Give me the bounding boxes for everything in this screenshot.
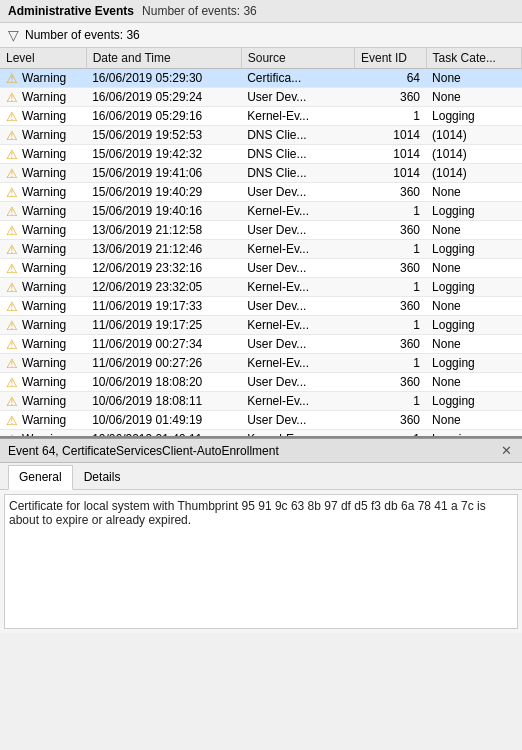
cell-datetime: 12/06/2019 23:32:05	[86, 278, 241, 297]
warning-icon: ⚠	[6, 205, 18, 218]
cell-source: Kernel-Ev...	[241, 240, 354, 259]
table-row[interactable]: ⚠Warning10/06/2019 01:49:19User Dev...36…	[0, 411, 522, 430]
warning-icon: ⚠	[6, 319, 18, 332]
table-row[interactable]: ⚠Warning16/06/2019 05:29:16Kernel-Ev...1…	[0, 107, 522, 126]
cell-eventid: 360	[355, 297, 427, 316]
cell-datetime: 13/06/2019 21:12:46	[86, 240, 241, 259]
event-count-title: Number of events: 36	[142, 4, 257, 18]
level-label: Warning	[22, 356, 66, 370]
tab-details[interactable]: Details	[73, 465, 132, 489]
cell-eventid: 360	[355, 335, 427, 354]
detail-tabs: General Details	[0, 463, 522, 490]
table-row[interactable]: ⚠Warning10/06/2019 01:49:11Kernel-Ev...1…	[0, 430, 522, 439]
warning-icon: ⚠	[6, 414, 18, 427]
level-label: Warning	[22, 90, 66, 104]
cell-eventid: 360	[355, 259, 427, 278]
warning-icon: ⚠	[6, 72, 18, 85]
cell-eventid: 1014	[355, 164, 427, 183]
cell-source: User Dev...	[241, 335, 354, 354]
level-label: Warning	[22, 413, 66, 427]
cell-source: DNS Clie...	[241, 126, 354, 145]
level-label: Warning	[22, 394, 66, 408]
cell-datetime: 15/06/2019 19:52:53	[86, 126, 241, 145]
cell-level: ⚠Warning	[0, 278, 86, 297]
cell-datetime: 16/06/2019 05:29:30	[86, 69, 241, 88]
level-label: Warning	[22, 318, 66, 332]
cell-datetime: 11/06/2019 00:27:34	[86, 335, 241, 354]
cell-datetime: 16/06/2019 05:29:16	[86, 107, 241, 126]
cell-level: ⚠Warning	[0, 221, 86, 240]
cell-taskcategory: None	[426, 335, 521, 354]
table-row[interactable]: ⚠Warning10/06/2019 18:08:11Kernel-Ev...1…	[0, 392, 522, 411]
cell-datetime: 15/06/2019 19:40:29	[86, 183, 241, 202]
warning-icon: ⚠	[6, 395, 18, 408]
filter-icon: ▽	[8, 27, 19, 43]
warning-icon: ⚠	[6, 110, 18, 123]
col-header-level[interactable]: Level	[0, 48, 86, 69]
cell-eventid: 1014	[355, 126, 427, 145]
cell-datetime: 10/06/2019 01:49:19	[86, 411, 241, 430]
cell-level: ⚠Warning	[0, 297, 86, 316]
cell-datetime: 15/06/2019 19:42:32	[86, 145, 241, 164]
detail-close-button[interactable]: ✕	[499, 443, 514, 458]
cell-eventid: 360	[355, 373, 427, 392]
cell-source: DNS Clie...	[241, 145, 354, 164]
cell-eventid: 1	[355, 278, 427, 297]
level-label: Warning	[22, 147, 66, 161]
cell-datetime: 10/06/2019 18:08:11	[86, 392, 241, 411]
col-header-eventid[interactable]: Event ID	[355, 48, 427, 69]
filter-count: Number of events: 36	[25, 28, 140, 42]
table-row[interactable]: ⚠Warning15/06/2019 19:40:16Kernel-Ev...1…	[0, 202, 522, 221]
cell-taskcategory: Logging	[426, 430, 521, 439]
col-header-taskcategory[interactable]: Task Cate...	[426, 48, 521, 69]
events-table-container[interactable]: Level Date and Time Source Event ID Task…	[0, 48, 522, 438]
table-row[interactable]: ⚠Warning10/06/2019 18:08:20User Dev...36…	[0, 373, 522, 392]
col-header-source[interactable]: Source	[241, 48, 354, 69]
table-row[interactable]: ⚠Warning11/06/2019 19:17:25Kernel-Ev...1…	[0, 316, 522, 335]
table-row[interactable]: ⚠Warning15/06/2019 19:42:32DNS Clie...10…	[0, 145, 522, 164]
table-row[interactable]: ⚠Warning12/06/2019 23:32:16User Dev...36…	[0, 259, 522, 278]
cell-level: ⚠Warning	[0, 354, 86, 373]
level-label: Warning	[22, 280, 66, 294]
cell-source: Certifica...	[241, 69, 354, 88]
cell-level: ⚠Warning	[0, 411, 86, 430]
cell-eventid: 1	[355, 107, 427, 126]
cell-datetime: 13/06/2019 21:12:58	[86, 221, 241, 240]
col-header-datetime[interactable]: Date and Time	[86, 48, 241, 69]
tab-general[interactable]: General	[8, 465, 73, 490]
table-row[interactable]: ⚠Warning13/06/2019 21:12:58User Dev...36…	[0, 221, 522, 240]
level-label: Warning	[22, 71, 66, 85]
detail-content[interactable]: Certificate for local system with Thumbp…	[4, 494, 518, 629]
table-row[interactable]: ⚠Warning13/06/2019 21:12:46Kernel-Ev...1…	[0, 240, 522, 259]
table-row[interactable]: ⚠Warning16/06/2019 05:29:24User Dev...36…	[0, 88, 522, 107]
table-row[interactable]: ⚠Warning11/06/2019 19:17:33User Dev...36…	[0, 297, 522, 316]
cell-taskcategory: Logging	[426, 202, 521, 221]
table-row[interactable]: ⚠Warning11/06/2019 00:27:26Kernel-Ev...1…	[0, 354, 522, 373]
cell-level: ⚠Warning	[0, 164, 86, 183]
table-row[interactable]: ⚠Warning15/06/2019 19:40:29User Dev...36…	[0, 183, 522, 202]
cell-level: ⚠Warning	[0, 392, 86, 411]
cell-source: User Dev...	[241, 88, 354, 107]
cell-eventid: 1	[355, 240, 427, 259]
title-bar: Administrative Events Number of events: …	[0, 0, 522, 23]
table-row[interactable]: ⚠Warning12/06/2019 23:32:05Kernel-Ev...1…	[0, 278, 522, 297]
table-row[interactable]: ⚠Warning11/06/2019 00:27:34User Dev...36…	[0, 335, 522, 354]
cell-eventid: 360	[355, 88, 427, 107]
table-row[interactable]: ⚠Warning15/06/2019 19:52:53DNS Clie...10…	[0, 126, 522, 145]
cell-eventid: 64	[355, 69, 427, 88]
level-label: Warning	[22, 128, 66, 142]
events-table: Level Date and Time Source Event ID Task…	[0, 48, 522, 438]
cell-datetime: 10/06/2019 01:49:11	[86, 430, 241, 439]
cell-datetime: 11/06/2019 19:17:33	[86, 297, 241, 316]
cell-source: Kernel-Ev...	[241, 202, 354, 221]
cell-source: User Dev...	[241, 373, 354, 392]
cell-taskcategory: (1014)	[426, 145, 521, 164]
warning-icon: ⚠	[6, 224, 18, 237]
cell-eventid: 1014	[355, 145, 427, 164]
cell-source: Kernel-Ev...	[241, 392, 354, 411]
cell-level: ⚠Warning	[0, 145, 86, 164]
table-row[interactable]: ⚠Warning16/06/2019 05:29:30Certifica...6…	[0, 69, 522, 88]
table-row[interactable]: ⚠Warning15/06/2019 19:41:06DNS Clie...10…	[0, 164, 522, 183]
cell-datetime: 12/06/2019 23:32:16	[86, 259, 241, 278]
cell-taskcategory: (1014)	[426, 164, 521, 183]
